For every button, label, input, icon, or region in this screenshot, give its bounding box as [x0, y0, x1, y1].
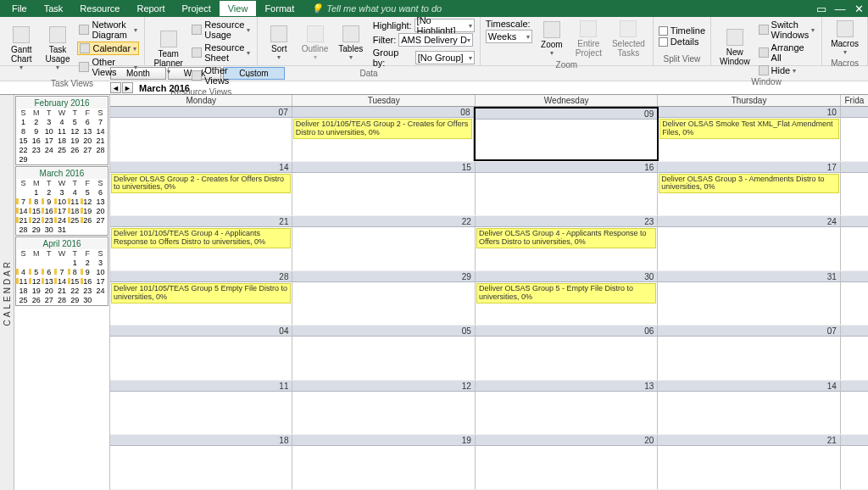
- date-number: 31: [658, 271, 839, 282]
- switch-windows-button[interactable]: Switch Windows▾: [757, 19, 817, 41]
- mini-calendar-sidebar: February 2016SMTWTFS12345678910111213141…: [14, 95, 110, 490]
- day-cell[interactable]: [841, 162, 868, 216]
- close-icon[interactable]: ✕: [853, 3, 865, 14]
- mini-calendar[interactable]: February 2016SMTWTFS12345678910111213141…: [15, 96, 108, 165]
- day-cell[interactable]: 22: [292, 216, 475, 270]
- day-cell[interactable]: 30Deliver OLSAS Group 5 - Empty File Dis…: [476, 271, 658, 326]
- arrange-all-button[interactable]: Arrange All: [757, 42, 817, 64]
- tables-button[interactable]: Tables▾: [335, 19, 367, 68]
- new-window-button[interactable]: New Window: [716, 19, 754, 76]
- day-cell[interactable]: 04: [110, 326, 292, 380]
- hide-button[interactable]: Hide▾: [757, 64, 817, 76]
- calendar-button[interactable]: Calendar▾: [77, 42, 139, 55]
- team-planner-button[interactable]: Team Planner▾: [150, 19, 186, 86]
- calendar-side-tab[interactable]: CALENDAR: [0, 95, 14, 490]
- tab-view[interactable]: View: [220, 1, 257, 16]
- date-number: 18: [110, 435, 292, 446]
- macros-button[interactable]: Macros▾: [827, 19, 862, 58]
- day-cell[interactable]: 14: [658, 381, 840, 435]
- other-views-button[interactable]: Other Views▾: [77, 56, 139, 78]
- day-cell[interactable]: 06: [476, 326, 658, 380]
- day-cell[interactable]: 05: [292, 326, 475, 380]
- day-cell[interactable]: 13: [476, 381, 658, 435]
- resource-usage-button[interactable]: Resource Usage▾: [190, 19, 252, 41]
- mini-calendar[interactable]: April 2016SMTWTFS12345678910111213141516…: [15, 237, 108, 306]
- resource-sheet-button[interactable]: Resource Sheet▾: [190, 42, 252, 64]
- tab-file[interactable]: File: [3, 1, 36, 16]
- day-cell[interactable]: 08Deliver 101/105/TEAS Group 2 - Creates…: [292, 107, 475, 161]
- ribbon-options-icon[interactable]: ▭: [815, 3, 827, 14]
- date-number: 09: [476, 109, 657, 120]
- tell-me-search[interactable]: 💡 Tell me what you want to do: [311, 3, 442, 14]
- day-cell[interactable]: 18: [110, 435, 292, 489]
- day-cell[interactable]: 15: [292, 162, 475, 216]
- date-number: 05: [292, 326, 474, 337]
- date-number: [841, 271, 868, 282]
- day-cell[interactable]: 09: [474, 107, 659, 161]
- sort-button[interactable]: Sort▾: [263, 19, 295, 68]
- day-cell[interactable]: [841, 326, 868, 380]
- day-cell[interactable]: 31: [658, 271, 840, 326]
- date-number: [841, 107, 868, 118]
- date-number: 07: [658, 326, 839, 337]
- task-item[interactable]: Deliver 101/105/TEAS Group 4 - Applicant…: [111, 228, 291, 248]
- day-cell[interactable]: [841, 271, 868, 326]
- day-cell[interactable]: [841, 107, 868, 161]
- day-cell[interactable]: 11: [110, 381, 292, 435]
- day-cell[interactable]: 23Deliver OLSAS Group 4 - Applicants Res…: [476, 216, 658, 270]
- task-item[interactable]: Deliver OLSAS Group 2 - Creates for Offe…: [111, 174, 291, 194]
- tab-report[interactable]: Report: [128, 1, 173, 16]
- filter-dropdown[interactable]: Filter:AMS Delivery D▾: [370, 33, 475, 47]
- day-header: Tuesday: [292, 95, 475, 106]
- tab-project[interactable]: Project: [173, 1, 219, 16]
- task-item[interactable]: Deliver OLSAS Group 3 - Amendments Distr…: [659, 174, 838, 194]
- gantt-chart-button[interactable]: Gantt Chart▾: [5, 19, 38, 78]
- other-resource-views-button[interactable]: Other Views▾: [190, 64, 252, 86]
- day-cell[interactable]: 24: [658, 216, 840, 270]
- tab-task[interactable]: Task: [36, 1, 72, 16]
- day-cell[interactable]: 07: [110, 107, 292, 161]
- selected-tasks-button[interactable]: Selected Tasks: [609, 19, 648, 59]
- day-cell[interactable]: [841, 435, 868, 489]
- timeline-checkbox[interactable]: Timeline: [659, 25, 705, 36]
- details-checkbox[interactable]: Details: [659, 36, 705, 47]
- date-number: 16: [476, 162, 657, 173]
- day-cell[interactable]: 10Deliver OLSAS Smoke Test XML_Flat Amen…: [659, 107, 841, 161]
- day-cell[interactable]: 07: [658, 326, 840, 380]
- day-cell[interactable]: 17Deliver OLSAS Group 3 - Amendments Dis…: [658, 162, 840, 216]
- tab-resource[interactable]: Resource: [71, 1, 128, 16]
- day-cell[interactable]: 19: [292, 435, 475, 489]
- task-item[interactable]: Deliver OLSAS Group 5 - Empty File Distr…: [476, 283, 656, 303]
- day-cell[interactable]: 20: [476, 435, 658, 489]
- date-number: 10: [659, 107, 840, 118]
- day-cell[interactable]: 12: [292, 381, 475, 435]
- task-item[interactable]: Deliver OLSAS Smoke Test XML_Flat Amendm…: [659, 119, 839, 139]
- outline-button[interactable]: Outline▾: [298, 19, 331, 68]
- date-number: 14: [110, 162, 292, 173]
- day-cell[interactable]: 14Deliver OLSAS Group 2 - Creates for Of…: [110, 162, 292, 216]
- zoom-button[interactable]: Zoom▾: [536, 19, 568, 59]
- day-cell[interactable]: [841, 216, 868, 270]
- date-number: [841, 162, 868, 173]
- task-item[interactable]: Deliver 101/105/TEAS Group 2 - Creates f…: [293, 119, 473, 139]
- tab-format[interactable]: Format: [256, 1, 303, 16]
- entire-project-button[interactable]: Entire Project: [571, 19, 606, 59]
- highlight-filter[interactable]: Highlight:[No Highlight]▾: [370, 19, 475, 32]
- group-by-dropdown[interactable]: Group by:[No Group]▾: [370, 47, 475, 68]
- minimize-icon[interactable]: —: [834, 3, 846, 14]
- date-number: 22: [292, 216, 474, 227]
- day-cell[interactable]: 21Deliver 101/105/TEAS Group 4 - Applica…: [110, 216, 292, 270]
- day-cell[interactable]: 16: [476, 162, 658, 216]
- tell-me-label: Tell me what you want to do: [326, 3, 442, 14]
- day-cell[interactable]: [841, 381, 868, 435]
- day-cell[interactable]: 28Deliver 101/105/TEAS Group 5 Empty Fil…: [110, 271, 292, 326]
- task-item[interactable]: Deliver OLSAS Group 4 - Applicants Respo…: [476, 228, 656, 248]
- timescale-dropdown[interactable]: Weeks▾: [486, 30, 532, 43]
- mini-calendar[interactable]: March 2016SMTWTFS12345678910111213141516…: [15, 166, 108, 236]
- day-cell[interactable]: 29: [292, 271, 475, 326]
- group-zoom: Timescale: Weeks▾ Zoom▾ Entire Project S…: [481, 17, 654, 65]
- day-cell[interactable]: 21: [658, 435, 840, 489]
- network-diagram-button[interactable]: Network Diagram▾: [77, 19, 139, 41]
- task-usage-button[interactable]: Task Usage▾: [42, 19, 75, 78]
- task-item[interactable]: Deliver 101/105/TEAS Group 5 Empty File …: [111, 283, 291, 303]
